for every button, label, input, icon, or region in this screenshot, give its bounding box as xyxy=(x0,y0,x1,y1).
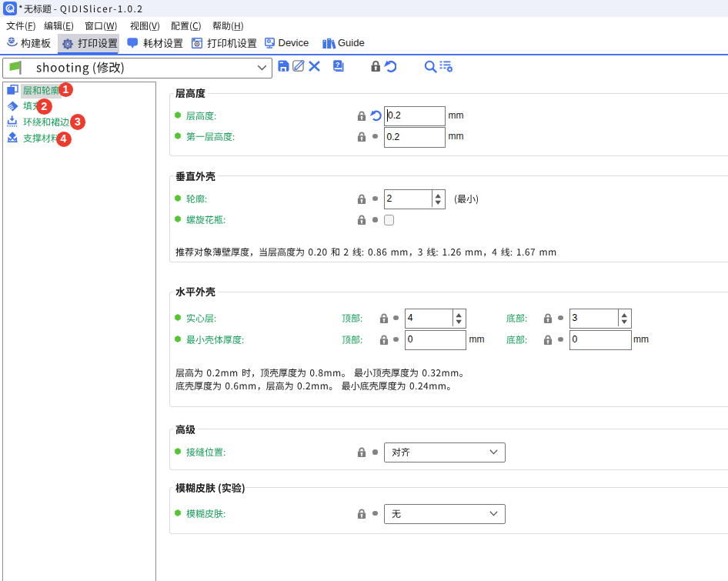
svg-text:?: ? xyxy=(336,60,340,68)
